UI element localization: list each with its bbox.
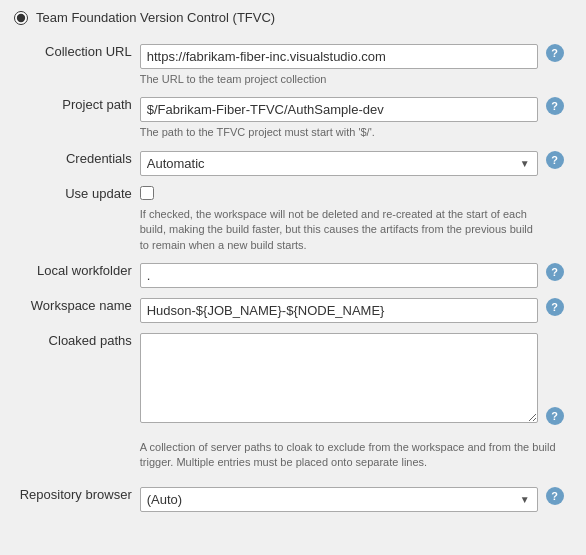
credentials-select-wrapper: Automatic ▼ bbox=[140, 151, 538, 176]
credentials-help-icon[interactable]: ? bbox=[546, 151, 564, 169]
workspace-name-row: Workspace name ? bbox=[14, 293, 572, 328]
credentials-input-cell: Automatic ▼ bbox=[136, 146, 542, 181]
local-workfolder-label: Local workfolder bbox=[14, 258, 136, 293]
project-path-label: Project path bbox=[14, 92, 136, 145]
use-update-hint: If checked, the workspace will not be de… bbox=[140, 207, 538, 253]
repository-browser-help-icon[interactable]: ? bbox=[546, 487, 564, 505]
local-workfolder-help-icon[interactable]: ? bbox=[546, 263, 564, 281]
use-update-input-cell: If checked, the workspace will not be de… bbox=[136, 181, 542, 258]
collection-url-label: Collection URL bbox=[14, 39, 136, 92]
cloaked-paths-row: Cloaked paths ? bbox=[14, 328, 572, 431]
workspace-name-input-cell bbox=[136, 293, 542, 328]
use-update-checkbox[interactable] bbox=[140, 186, 154, 200]
tfvc-radio[interactable] bbox=[14, 11, 28, 25]
header-label: Team Foundation Version Control (TFVC) bbox=[36, 10, 275, 25]
cloaked-paths-input-cell bbox=[136, 328, 542, 431]
credentials-help-cell: ? bbox=[542, 146, 572, 181]
workspace-name-input[interactable] bbox=[140, 298, 538, 323]
project-path-input-cell: The path to the TFVC project must start … bbox=[136, 92, 542, 145]
credentials-row: Credentials Automatic ▼ ? bbox=[14, 146, 572, 181]
repository-browser-select-wrapper: (Auto) ▼ bbox=[140, 487, 538, 512]
collection-url-help-cell: ? bbox=[542, 39, 572, 92]
project-path-input[interactable] bbox=[140, 97, 538, 122]
cloaked-paths-textarea[interactable] bbox=[140, 333, 538, 423]
form-table: Collection URL The URL to the team proje… bbox=[14, 39, 572, 517]
workspace-name-label: Workspace name bbox=[14, 293, 136, 328]
use-update-label: Use update bbox=[14, 181, 136, 258]
project-path-hint: The path to the TFVC project must start … bbox=[140, 125, 538, 140]
repository-browser-label: Repository browser bbox=[14, 482, 136, 517]
collection-url-input[interactable] bbox=[140, 44, 538, 69]
cloaked-paths-label: Cloaked paths bbox=[14, 328, 136, 431]
local-workfolder-row: Local workfolder ? bbox=[14, 258, 572, 293]
local-workfolder-input-cell bbox=[136, 258, 542, 293]
header-row: Team Foundation Version Control (TFVC) bbox=[14, 10, 572, 25]
use-update-help-cell bbox=[542, 181, 572, 258]
workspace-name-help-cell: ? bbox=[542, 293, 572, 328]
credentials-label: Credentials bbox=[14, 146, 136, 181]
collection-url-input-cell: The URL to the team project collection bbox=[136, 39, 542, 92]
cloaked-paths-hint-row: A collection of server paths to cloak to… bbox=[14, 431, 572, 482]
use-update-row: Use update If checked, the workspace wil… bbox=[14, 181, 572, 258]
local-workfolder-input[interactable] bbox=[140, 263, 538, 288]
repository-browser-input-cell: (Auto) ▼ bbox=[136, 482, 542, 517]
repository-browser-row: Repository browser (Auto) ▼ ? bbox=[14, 482, 572, 517]
collection-url-row: Collection URL The URL to the team proje… bbox=[14, 39, 572, 92]
local-workfolder-help-cell: ? bbox=[542, 258, 572, 293]
workspace-name-help-icon[interactable]: ? bbox=[546, 298, 564, 316]
repository-browser-help-cell: ? bbox=[542, 482, 572, 517]
repository-browser-select[interactable]: (Auto) bbox=[140, 487, 538, 512]
credentials-select[interactable]: Automatic bbox=[140, 151, 538, 176]
cloaked-paths-hint: A collection of server paths to cloak to… bbox=[140, 436, 568, 477]
project-path-row: Project path The path to the TFVC projec… bbox=[14, 92, 572, 145]
collection-url-hint: The URL to the team project collection bbox=[140, 72, 538, 87]
cloaked-paths-help-icon[interactable]: ? bbox=[546, 407, 564, 425]
cloaked-paths-help-cell: ? bbox=[542, 328, 572, 431]
collection-url-help-icon[interactable]: ? bbox=[546, 44, 564, 62]
project-path-help-cell: ? bbox=[542, 92, 572, 145]
main-container: Team Foundation Version Control (TFVC) C… bbox=[0, 0, 586, 527]
project-path-help-icon[interactable]: ? bbox=[546, 97, 564, 115]
